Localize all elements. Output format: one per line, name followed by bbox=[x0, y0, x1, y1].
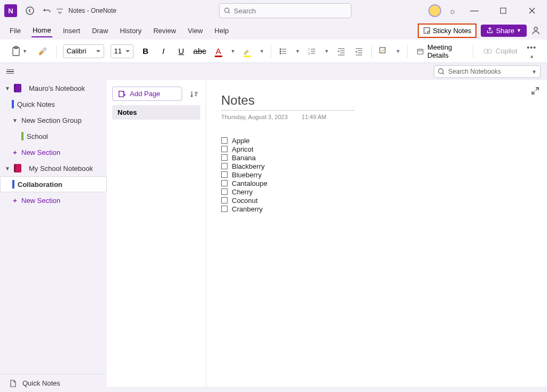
italic-button[interactable]: I bbox=[158, 44, 169, 59]
checkbox[interactable] bbox=[221, 146, 228, 152]
close-button[interactable] bbox=[521, 2, 543, 19]
svg-point-16 bbox=[439, 69, 443, 74]
nav-toggle-button[interactable] bbox=[6, 69, 19, 74]
search-notebooks-box[interactable]: Search Notebooks ▼ bbox=[434, 65, 541, 78]
checkbox[interactable] bbox=[221, 171, 228, 178]
note-time: 11:49 AM bbox=[302, 114, 326, 120]
tags-button[interactable] bbox=[378, 44, 389, 59]
checkbox[interactable] bbox=[221, 154, 228, 161]
minimize-button[interactable]: — bbox=[464, 2, 485, 19]
menu-insert[interactable]: Insert bbox=[62, 25, 82, 37]
chevron-down-icon[interactable]: ▼ bbox=[230, 49, 235, 54]
note-title[interactable]: Notes bbox=[221, 90, 355, 111]
meeting-details-button[interactable]: Meeting Details bbox=[413, 43, 466, 59]
checkbox[interactable] bbox=[221, 137, 228, 144]
note-content[interactable]: Notes Thursday, August 3, 2023 11:49 AM … bbox=[206, 80, 547, 387]
checkbox[interactable] bbox=[221, 197, 228, 203]
todo-item[interactable]: Cherry bbox=[221, 187, 532, 196]
svg-point-7 bbox=[280, 49, 281, 50]
expand-icon[interactable] bbox=[531, 87, 540, 95]
undo-button[interactable] bbox=[38, 2, 56, 19]
todo-list: AppleApricotBananaBlackberryBlueberryCan… bbox=[221, 136, 532, 213]
menu-draw[interactable]: Draw bbox=[91, 25, 109, 37]
lightbulb-icon[interactable]: ☼ bbox=[449, 6, 456, 15]
checkbox[interactable] bbox=[221, 180, 228, 186]
menu-history[interactable]: History bbox=[119, 25, 143, 37]
menu-home[interactable]: Home bbox=[32, 24, 52, 37]
search-nb-placeholder: Search Notebooks bbox=[448, 68, 501, 75]
add-section-button-1[interactable]: + New Section bbox=[0, 144, 107, 160]
todo-item[interactable]: Banana bbox=[221, 153, 532, 162]
ribbon: ▼ Calibri 11 B I U abc A ▼ ▼ ▼ 12 ▼ ▼ M bbox=[0, 40, 547, 63]
window-controls: ☼ — bbox=[428, 2, 543, 19]
page-item-notes[interactable]: Notes bbox=[112, 105, 200, 120]
chevron-down-icon[interactable]: ▼ bbox=[260, 49, 264, 54]
tag-icon bbox=[379, 46, 388, 56]
app-icon: N bbox=[4, 4, 17, 17]
todo-label: Coconut bbox=[232, 197, 257, 205]
bold-button[interactable]: B bbox=[140, 44, 151, 59]
menu-file[interactable]: File bbox=[9, 25, 22, 37]
section-color-bar bbox=[21, 132, 24, 140]
back-button[interactable] bbox=[21, 2, 38, 19]
person-icon[interactable] bbox=[531, 26, 541, 35]
format-painter-button[interactable] bbox=[36, 45, 50, 57]
titlebar: N Notes - OneNote ☼ — bbox=[0, 0, 547, 21]
chevron-down-icon[interactable]: ▼ bbox=[295, 49, 300, 54]
section-collaboration[interactable]: Collaboration bbox=[0, 176, 107, 192]
section-quick-notes[interactable]: Quick Notes bbox=[0, 96, 107, 112]
notebook-mauros[interactable]: ▼ Mauro's Notebook bbox=[0, 80, 107, 96]
add-section-button-2[interactable]: + New Section bbox=[0, 192, 107, 208]
svg-rect-12 bbox=[380, 48, 385, 53]
add-page-button[interactable]: Add Page bbox=[112, 87, 182, 101]
todo-item[interactable]: Cranberry bbox=[221, 205, 532, 213]
font-name-select[interactable]: Calibri bbox=[63, 44, 104, 58]
menu-help[interactable]: Help bbox=[214, 25, 230, 37]
bullet-list-button[interactable] bbox=[277, 44, 288, 59]
checkbox[interactable] bbox=[221, 189, 228, 195]
chevron-down-icon: ▼ bbox=[517, 28, 521, 33]
todo-item[interactable]: Apricot bbox=[221, 145, 532, 153]
decrease-indent-button[interactable] bbox=[335, 44, 347, 59]
quicknotes-label[interactable]: Quick Notes bbox=[22, 379, 60, 387]
bullet-list-icon bbox=[279, 47, 287, 56]
section-group-new[interactable]: ▼ New Section Group bbox=[0, 112, 107, 128]
sort-pages-button[interactable] bbox=[187, 88, 200, 100]
chevron-down-icon[interactable]: ▼ bbox=[396, 49, 401, 54]
window-title: Notes - OneNote bbox=[68, 7, 116, 14]
todo-item[interactable]: Coconut bbox=[221, 196, 532, 205]
todo-item[interactable]: Blueberry bbox=[221, 170, 532, 179]
todo-item[interactable]: Apple bbox=[221, 136, 532, 145]
todo-item[interactable]: Cantaloupe bbox=[221, 179, 532, 187]
main-area: ▼ Mauro's Notebook Quick Notes ▼ New Sec… bbox=[0, 80, 547, 387]
chevron-down-icon[interactable]: ▼ bbox=[324, 49, 329, 54]
customize-qat-button[interactable] bbox=[56, 2, 64, 19]
increase-indent-button[interactable] bbox=[353, 44, 364, 59]
checkbox[interactable] bbox=[221, 206, 228, 212]
font-size-select[interactable]: 11 bbox=[111, 44, 134, 58]
menu-review[interactable]: Review bbox=[152, 25, 177, 37]
sticky-notes-button[interactable]: Sticky Notes bbox=[418, 23, 476, 38]
todo-item[interactable]: Blackberry bbox=[221, 162, 532, 170]
font-color-button[interactable]: A bbox=[213, 44, 224, 59]
user-avatar[interactable] bbox=[428, 4, 441, 17]
notebook-school[interactable]: ▼ My School Notebook bbox=[0, 160, 107, 176]
section-school[interactable]: School bbox=[0, 128, 107, 144]
highlight-button[interactable] bbox=[241, 44, 253, 59]
add-section-label: New Section bbox=[21, 148, 60, 156]
ribbon-overflow-button[interactable]: ••• bbox=[527, 43, 536, 52]
numbered-list-button[interactable]: 12 bbox=[307, 44, 318, 59]
collapse-ribbon-button[interactable]: ▴ bbox=[530, 53, 533, 59]
checkbox[interactable] bbox=[221, 163, 228, 169]
svg-point-1 bbox=[225, 8, 229, 12]
section-label: Collaboration bbox=[18, 181, 62, 189]
menu-view[interactable]: View bbox=[187, 25, 204, 37]
share-button[interactable]: Share ▼ bbox=[481, 25, 527, 37]
search-box[interactable] bbox=[219, 3, 351, 18]
paste-button[interactable]: ▼ bbox=[9, 45, 29, 58]
underline-button[interactable]: U bbox=[175, 44, 186, 59]
search-input[interactable] bbox=[234, 7, 347, 15]
strikethrough-button[interactable]: abc bbox=[193, 44, 206, 59]
font-size-value: 11 bbox=[114, 47, 122, 55]
maximize-button[interactable] bbox=[493, 2, 514, 19]
